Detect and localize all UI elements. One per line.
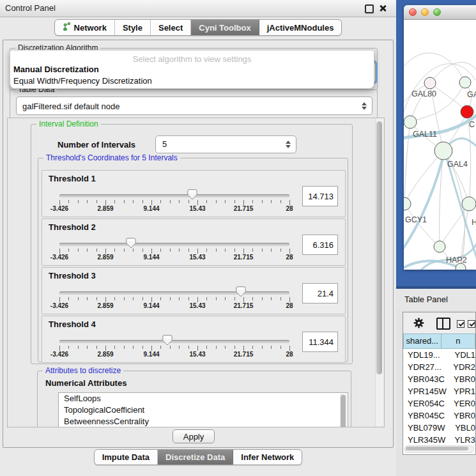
- tab-jactivemnodules[interactable]: jActiveMNodules: [259, 20, 342, 35]
- slider-tick-label: 9.144: [135, 254, 167, 261]
- hscrollbar-thumb[interactable]: [406, 447, 468, 450]
- select-none-checkbox-icon[interactable]: [468, 320, 475, 328]
- slider-tick-label: 28: [273, 351, 305, 358]
- threshold-value-field[interactable]: 6.316: [302, 234, 338, 255]
- tab-label: Infer Network: [241, 452, 294, 462]
- scrollbar-thumb[interactable]: [376, 121, 382, 374]
- tab-impute-data[interactable]: Impute Data: [95, 450, 158, 464]
- slider-tick: [271, 200, 272, 203]
- slider-tick: [105, 297, 106, 302]
- columns-icon[interactable]: [436, 318, 450, 330]
- slider-tick: [68, 346, 69, 349]
- slider-tick: [124, 346, 125, 349]
- network-node[interactable]: [404, 197, 411, 210]
- close-icon[interactable]: [379, 4, 387, 12]
- network-node[interactable]: [461, 105, 473, 118]
- slider-tick: [197, 297, 198, 302]
- slider-tick: [170, 200, 171, 203]
- table-row[interactable]: YBR045CYBR0: [403, 410, 475, 422]
- tab-cyni-toolbox[interactable]: Cyni Toolbox: [191, 20, 259, 35]
- slider-tick: [179, 249, 180, 252]
- network-node[interactable]: [434, 142, 452, 160]
- list-scrollbar[interactable]: [340, 394, 347, 427]
- network-node[interactable]: [459, 77, 471, 88]
- tab-style[interactable]: Style: [115, 20, 151, 35]
- slider-thumb[interactable]: [162, 335, 173, 346]
- slider-tick: [133, 297, 134, 300]
- table-data-combobox[interactable]: galFiltered.sif default node: [16, 96, 372, 115]
- threshold-value-field[interactable]: 21.4: [302, 283, 338, 303]
- number-of-intervals-spinner[interactable]: 5: [155, 135, 296, 153]
- threshold-label: Threshold 4: [49, 319, 96, 329]
- numerical-attributes-list[interactable]: SelfLoopsTopologicalCoefficientBetweenne…: [58, 392, 348, 427]
- gear-icon[interactable]: [413, 318, 424, 331]
- table-row[interactable]: YLR345WYLR3: [403, 434, 475, 445]
- slider-track[interactable]: [59, 291, 289, 295]
- numerical-attributes-label: Numerical Attributes: [45, 378, 127, 388]
- apply-button[interactable]: Apply: [173, 429, 215, 443]
- slider-tick: [206, 346, 207, 349]
- screen: Control Panel NetworkStyleSelectCyni Too…: [0, 0, 476, 476]
- network-edge[interactable]: [449, 139, 476, 148]
- network-canvas[interactable]: GAL80GACGAL11GAL4GCY1HHAP2: [404, 19, 476, 270]
- threshold-value-field[interactable]: 14.713: [302, 186, 338, 206]
- slider-thumb[interactable]: [236, 286, 246, 297]
- network-node[interactable]: [424, 77, 436, 89]
- slider-tick: [225, 297, 226, 300]
- slider-tick: [179, 200, 180, 203]
- tab-discretize-data[interactable]: Discretize Data: [158, 450, 233, 464]
- table-row[interactable]: YDR27...YDR2: [403, 361, 475, 373]
- table-column-header[interactable]: n: [441, 334, 475, 349]
- slider-track[interactable]: [59, 340, 289, 343]
- slider-thumb[interactable]: [187, 189, 197, 200]
- algorithm-option[interactable]: Equal Width/Frequency Discretization: [13, 76, 152, 86]
- tab-infer-network[interactable]: Infer Network: [233, 450, 302, 464]
- attribute-list-item[interactable]: TopologicalCoefficient: [59, 404, 348, 416]
- slider-tick: [59, 249, 60, 254]
- network-window-titlebar: [404, 5, 476, 20]
- slider-track[interactable]: [59, 194, 289, 197]
- algorithm-option[interactable]: Manual Discretization: [13, 65, 99, 74]
- tab-network[interactable]: Network: [55, 20, 115, 35]
- table-cell: YDR27...: [403, 361, 447, 373]
- network-node[interactable]: [404, 116, 417, 128]
- zoom-button[interactable]: [433, 8, 441, 16]
- network-window: GAL80GACGAL11GAL4GCY1HHAP2: [404, 5, 476, 270]
- slider-track[interactable]: [59, 243, 289, 246]
- slider-tick-label: 21.715: [227, 302, 259, 309]
- table-row[interactable]: YER054CYER0: [403, 397, 475, 410]
- settings-scrollbar[interactable]: [375, 119, 383, 426]
- float-window-icon[interactable]: [365, 4, 374, 13]
- network-edge[interactable]: [404, 122, 410, 204]
- table-row[interactable]: YDL19...YDL1: [403, 349, 475, 361]
- minimize-button[interactable]: [421, 8, 429, 16]
- slider-tick: [78, 200, 79, 203]
- tab-select[interactable]: Select: [151, 20, 191, 35]
- node-table: shared...n YDL19...YDL1YDR27...YDR2YBR04…: [403, 312, 476, 455]
- slider-tick: [262, 200, 263, 203]
- network-node[interactable]: [462, 197, 476, 211]
- slider-thumb[interactable]: [126, 238, 136, 249]
- table-cell: YBL0: [449, 422, 475, 434]
- threshold-value-field[interactable]: 11.344: [302, 332, 338, 352]
- table-hscrollbar[interactable]: [404, 445, 474, 453]
- table-row[interactable]: YBR043CYBR0: [403, 373, 475, 385]
- table-row[interactable]: YPR145WYPR1: [403, 385, 475, 397]
- attribute-list-item[interactable]: SelfLoops: [59, 393, 348, 404]
- attribute-list-item[interactable]: BetweennessCentrality: [59, 416, 348, 427]
- slider-tick-label: 15.43: [181, 351, 213, 358]
- slider-tick-label: 9.144: [135, 205, 167, 212]
- network-node[interactable]: [434, 241, 445, 252]
- threshold-row: Threshold 1-3.4262.8599.14415.4321.71528…: [42, 170, 346, 217]
- algorithm-placeholder-item[interactable]: Select algorithm to view settings: [10, 54, 374, 64]
- close-button[interactable]: [409, 8, 417, 16]
- table-cell: YER054C: [403, 397, 448, 410]
- slider-tick: [188, 200, 189, 203]
- slider-tick: [243, 297, 244, 302]
- slider-tick-label: 28: [273, 302, 305, 309]
- panel-title: Control Panel: [5, 3, 56, 13]
- table-column-header[interactable]: shared...: [403, 334, 441, 349]
- table-row[interactable]: YBL079WYBL0: [403, 422, 475, 434]
- select-all-checkbox-icon[interactable]: [457, 320, 464, 328]
- slider-tick-label: 28: [273, 205, 305, 212]
